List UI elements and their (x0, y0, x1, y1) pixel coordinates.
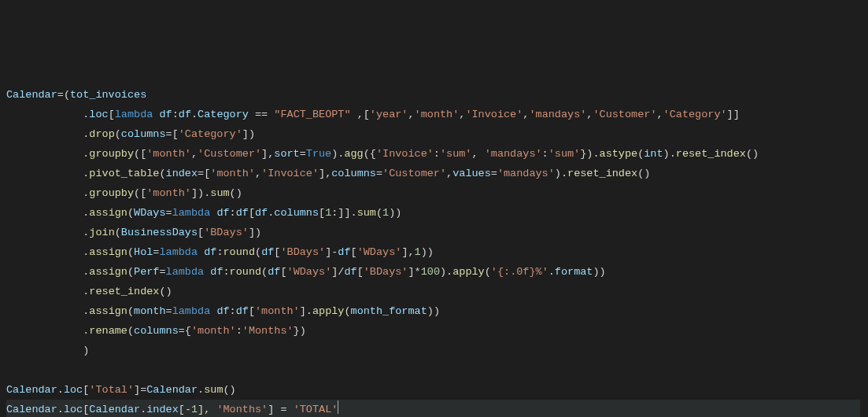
code-line[interactable]: .assign(Perf=lambda df:round(df['WDays']… (6, 262, 860, 282)
code-line[interactable]: .join(BusinessDays['BDays']) (6, 223, 860, 242)
code-line[interactable]: .pivot_table(index=['month','Invoice'],c… (6, 164, 860, 183)
code-line-current[interactable]: Calendar.loc[Calendar.index[-1], 'Months… (6, 400, 860, 417)
tok: Calendar (6, 89, 57, 101)
code-line[interactable]: .assign(WDays=lambda df:df[df.columns[1:… (6, 203, 860, 223)
code-line[interactable]: Calendar=(tot_invoices (6, 85, 860, 105)
code-line[interactable]: .loc[lambda df:df.Category == "FACT_BEOP… (6, 105, 860, 124)
code-line[interactable]: .assign(month=lambda df:df['month'].appl… (6, 301, 860, 321)
text-cursor (338, 400, 338, 414)
code-line[interactable]: .groupby(['month']).sum() (6, 183, 860, 203)
code-line[interactable]: .rename(columns={'month':'Months'}) (6, 321, 860, 341)
code-line[interactable]: .assign(Hol=lambda df:round(df['BDays']-… (6, 242, 860, 262)
code-line[interactable]: Calendar.loc['Total']=Calendar.sum() (6, 380, 860, 400)
code-line[interactable] (6, 360, 860, 380)
code-editor[interactable]: Calendar=(tot_invoices .loc[lambda df:df… (6, 85, 860, 417)
code-line[interactable]: .groupby(['month','Customer'],sort=True)… (6, 144, 860, 164)
code-line[interactable]: .drop(columns=['Category']) (6, 124, 860, 144)
tok: tot_invoices (70, 89, 146, 101)
code-line[interactable]: .reset_index() (6, 282, 860, 301)
code-line[interactable]: ) (6, 341, 860, 360)
